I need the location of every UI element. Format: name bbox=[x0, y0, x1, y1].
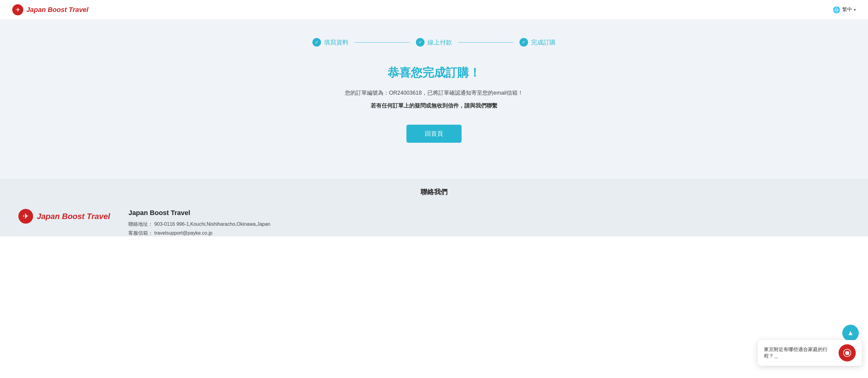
footer-company-name: Japan Boost Travel bbox=[128, 209, 270, 217]
step-check-2: ✓ bbox=[416, 38, 425, 46]
email-label: 客服信箱： bbox=[128, 230, 153, 235]
footer-email: 客服信箱： travelsupport@payke.co.jp bbox=[128, 230, 270, 237]
order-info: 您的訂單編號為：OR24003618，已將訂單確認通知寄至您的email信箱！ bbox=[345, 89, 523, 96]
logo[interactable]: ✈ Japan Boost Travel bbox=[12, 4, 89, 15]
address-value: 903-0116 996-1,Kouchi,Nishiharacho,Okina… bbox=[154, 221, 271, 227]
main-content: ✓ 填寫資料 ✓ 線上付款 ✓ 完成訂購 恭喜您完成訂購！ 您的訂單編號為：OR… bbox=[0, 20, 868, 179]
step-check-3: ✓ bbox=[520, 38, 528, 46]
contact-header: 聯絡我們 bbox=[0, 179, 868, 209]
email-value: travelsupport@payke.co.jp bbox=[154, 230, 213, 235]
step-line-1 bbox=[355, 42, 410, 42]
lang-label: 繁中 bbox=[842, 6, 852, 13]
step-fill-info: ✓ 填寫資料 bbox=[312, 38, 348, 46]
step-complete: ✓ 完成訂購 bbox=[520, 38, 556, 46]
step-payment: ✓ 線上付款 bbox=[416, 38, 452, 46]
footer-logo-icon: ✈ bbox=[19, 209, 33, 224]
footer-content: ✈ Japan Boost Travel Japan Boost Travel … bbox=[0, 209, 868, 237]
chevron-down-icon: ▾ bbox=[854, 8, 856, 12]
contact-hint: 若有任何訂單上的疑問或無收到信件，請與我們聯繫 bbox=[371, 102, 497, 109]
language-selector[interactable]: 🌐 繁中 ▾ bbox=[833, 6, 856, 13]
footer-logo-text: Japan Boost Travel bbox=[37, 212, 110, 221]
footer-address: 聯絡地址： 903-0116 996-1,Kouchi,Nishiharacho… bbox=[128, 221, 270, 228]
step-label-2: 線上付款 bbox=[428, 38, 452, 46]
footer-section: 聯絡我們 ✈ Japan Boost Travel Japan Boost Tr… bbox=[0, 179, 868, 237]
header: ✈ Japan Boost Travel 🌐 繁中 ▾ bbox=[0, 0, 868, 20]
home-button[interactable]: 回首頁 bbox=[406, 125, 462, 143]
logo-text: Japan Boost Travel bbox=[26, 6, 89, 14]
footer-info: Japan Boost Travel 聯絡地址： 903-0116 996-1,… bbox=[128, 209, 270, 237]
step-label-3: 完成訂購 bbox=[531, 38, 556, 46]
footer-logo: ✈ Japan Boost Travel bbox=[19, 209, 110, 224]
globe-icon: 🌐 bbox=[833, 6, 840, 13]
address-label: 聯絡地址： bbox=[128, 221, 153, 227]
step-line-2 bbox=[458, 42, 513, 42]
success-title: 恭喜您完成訂購！ bbox=[388, 65, 480, 81]
step-check-1: ✓ bbox=[312, 38, 321, 46]
step-label-1: 填寫資料 bbox=[324, 38, 348, 46]
steps-bar: ✓ 填寫資料 ✓ 線上付款 ✓ 完成訂購 bbox=[312, 38, 556, 46]
logo-icon: ✈ bbox=[12, 4, 23, 15]
